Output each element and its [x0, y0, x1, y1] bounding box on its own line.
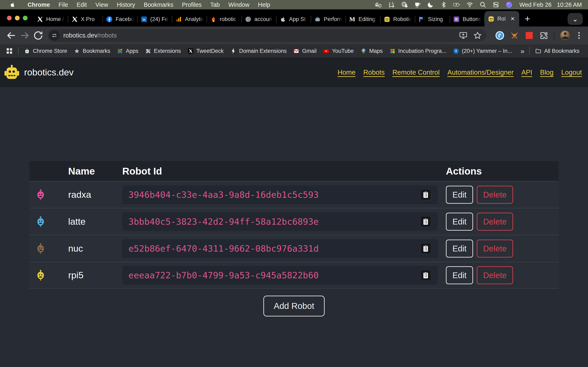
analytics-icon [175, 16, 182, 23]
screen-record-lock-icon[interactable] [401, 1, 408, 8]
browser-tab-robotic[interactable]: robotic [207, 12, 242, 26]
menubar-clock[interactable]: Wed Feb 26 10:26 AM [519, 1, 582, 8]
browser-tab--24-fe[interactable]: in(24) Fe [138, 12, 172, 26]
control-center-icon[interactable] [493, 1, 499, 8]
apple-icon[interactable] [9, 1, 16, 8]
browser-tab-buttons[interactable]: BButtons [450, 12, 484, 26]
menubar-item-tab[interactable]: Tab [206, 1, 224, 8]
profile-avatar[interactable] [560, 30, 571, 41]
browser-tab-app-st[interactable]: App St [276, 12, 311, 26]
menubar-item-bookmarks[interactable]: Bookmarks [139, 1, 178, 8]
robot-id-input[interactable] [122, 266, 438, 285]
nav-link-logout[interactable]: Logout [561, 68, 582, 76]
nav-link-robots[interactable]: Robots [363, 68, 385, 76]
robot-id-input[interactable] [122, 185, 438, 204]
extensions-puzzle-icon[interactable] [539, 31, 549, 40]
tab-close-icon[interactable]: ✕ [509, 16, 516, 22]
browser-tab-editing[interactable]: MEditing [346, 12, 380, 26]
menubar-item-view[interactable]: View [91, 1, 112, 8]
do-not-disturb-moon-icon[interactable] [427, 1, 434, 8]
browser-tab-perform[interactable]: Perform [311, 12, 346, 26]
bookmark-extensions[interactable]: Extensions [142, 48, 184, 54]
menubar-item-window[interactable]: Window [224, 1, 254, 8]
bookmark-label: YouTube [332, 48, 354, 54]
edit-button[interactable]: Edit [446, 240, 473, 258]
siri-icon[interactable] [506, 1, 512, 8]
bookmark--20-yammer-in-[interactable]: Y(20+) Yammer – In... [450, 48, 515, 54]
bookmark-tweetdeck[interactable]: TweetDeck [184, 48, 227, 54]
zoom-window-button[interactable] [23, 16, 27, 20]
adblock-extension-icon[interactable] [525, 31, 534, 40]
wifi-icon[interactable] [466, 1, 473, 8]
menubar-item-profiles[interactable]: Profiles [178, 1, 206, 8]
copy-robot-id-button[interactable] [420, 270, 431, 281]
menubar-item-edit[interactable]: Edit [72, 1, 91, 8]
tab-search-chevron-button[interactable]: ⌄ [568, 13, 583, 25]
bookmark-incubation-progra-[interactable]: Incubation Progra... [386, 48, 450, 54]
menubar-item-chrome[interactable]: Chrome [23, 1, 54, 8]
browser-tab-accoun[interactable]: accoun [242, 12, 276, 26]
minimize-window-button[interactable] [15, 16, 20, 20]
close-window-button[interactable] [7, 16, 12, 20]
browser-tab-robotic[interactable]: Robotic [380, 12, 415, 26]
copy-robot-id-button[interactable] [420, 189, 431, 200]
nav-link-api[interactable]: API [521, 68, 532, 76]
edit-button[interactable]: Edit [446, 213, 473, 231]
bookmark-youtube[interactable]: YouTube [320, 48, 357, 54]
delete-button[interactable]: Delete [477, 213, 513, 231]
address-bar[interactable]: robotics.dev/robots [48, 29, 486, 42]
browser-tab-x-pro[interactable]: X Pro [68, 12, 103, 26]
url-text[interactable]: robotics.dev/robots [63, 32, 453, 39]
browser-tab-facebo[interactable]: Facebo [103, 12, 138, 26]
bookmark-gmail[interactable]: Gmail [290, 48, 320, 54]
delete-button[interactable]: Delete [477, 186, 513, 204]
robot-id-input[interactable] [122, 212, 438, 231]
browser-tab-analytic[interactable]: Analytic [172, 12, 207, 26]
add-robot-button[interactable]: Add Robot [263, 296, 325, 317]
browser-tab-home-[interactable]: Home / [33, 12, 68, 26]
bookmark-chrome-store[interactable]: Chrome Store [21, 48, 70, 54]
menubar-item-file[interactable]: File [54, 1, 72, 8]
menubar-item-help[interactable]: Help [254, 1, 275, 8]
nav-link-automations-designer[interactable]: Automations/Designer [447, 68, 514, 76]
all-bookmarks-button[interactable]: All Bookmarks [532, 48, 583, 54]
onepassword-extension-icon[interactable] [495, 31, 504, 40]
menubar-item-history[interactable]: History [112, 1, 139, 8]
new-tab-button[interactable]: + [521, 13, 534, 25]
bookmark-star-icon[interactable] [473, 31, 482, 40]
forward-icon[interactable] [19, 30, 30, 41]
bookmark-domain-extensions[interactable]: Domain Extensions [227, 48, 290, 54]
ollama-icon[interactable] [388, 1, 395, 8]
bookmark-apps[interactable]: Apps [113, 48, 142, 54]
bookmark-maps[interactable]: Maps [357, 48, 386, 54]
tab-groups-grid-icon[interactable] [5, 47, 13, 55]
bookmark-bookmarks[interactable]: Bookmarks [70, 48, 113, 54]
docker-status-icon[interactable] [375, 1, 382, 8]
page-content: Name Robot Id Actions radxaEditDeletelat… [0, 161, 588, 367]
robotics-logo-icon[interactable] [4, 64, 20, 81]
robot-id-input[interactable] [122, 239, 438, 258]
caffeine-cup-icon[interactable] [414, 1, 421, 8]
edit-button[interactable]: Edit [446, 266, 473, 284]
delete-button[interactable]: Delete [477, 240, 513, 258]
yammer-icon: Y [453, 48, 459, 54]
nav-link-blog[interactable]: Blog [540, 68, 553, 76]
nav-link-remote-control[interactable]: Remote Control [392, 68, 440, 76]
copy-robot-id-button[interactable] [420, 243, 431, 254]
bluetooth-icon[interactable] [440, 1, 447, 8]
spotlight-search-icon[interactable] [479, 1, 486, 8]
metamask-extension-icon[interactable] [510, 31, 519, 40]
nav-link-home[interactable]: Home [337, 68, 355, 76]
delete-button[interactable]: Delete [477, 266, 513, 284]
copy-robot-id-button[interactable] [420, 216, 431, 227]
site-info-tune-icon[interactable] [49, 30, 60, 41]
back-icon[interactable] [6, 30, 17, 41]
edit-button[interactable]: Edit [446, 186, 473, 204]
browser-tab-rob[interactable]: Rob✕ [484, 11, 519, 26]
browser-tab-sizing[interactable]: Sizing [415, 12, 450, 26]
battery-charging-icon[interactable] [453, 1, 460, 8]
install-app-icon[interactable] [459, 31, 468, 40]
reload-icon[interactable] [33, 30, 44, 41]
kebab-menu-icon[interactable] [575, 31, 584, 40]
bookmarks-overflow-chevrons[interactable]: » [516, 47, 529, 55]
